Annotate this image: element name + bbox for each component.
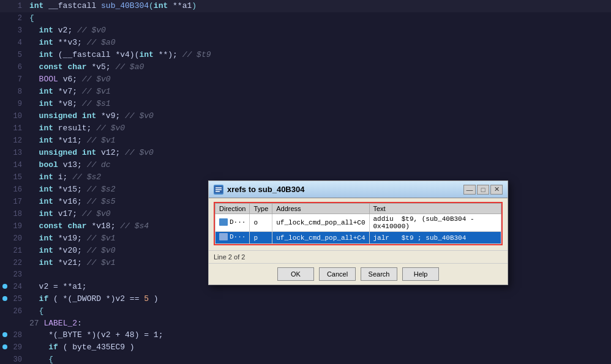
code-line-27: 27 LABEL_2:: [0, 318, 611, 329]
col-text: Text: [369, 204, 501, 214]
line-num-22: 22: [10, 258, 29, 269]
line-num-28: 28: [10, 330, 29, 341]
code-line-11: 11 int result; // $v0: [0, 122, 611, 135]
dialog-buttons: OK Cancel Search Help: [209, 263, 508, 284]
line-content-5: int (__fastcall *v4)(int **); // $t9: [29, 49, 611, 61]
dot-25: [2, 296, 7, 301]
line-num-30: 30: [10, 354, 29, 364]
line-content-2: {: [29, 12, 611, 24]
line-num-24: 24: [10, 281, 29, 293]
code-line-29: 29 if ( byte_435EC9 ): [0, 341, 611, 354]
xref-row-1[interactable]: D··· o uf_lock_cmd_pop_all+C0 addiu $t9,…: [216, 214, 501, 232]
code-line-26: 26 {: [0, 305, 611, 318]
dot-6: [2, 64, 7, 69]
code-line-5: 5 int (__fastcall *v4)(int **); // $t9: [0, 49, 611, 61]
line-content-7: BOOL v6; // $v0: [29, 73, 611, 85]
dot-17: [2, 199, 7, 204]
line-num-29: 29: [10, 342, 29, 354]
row2-text: jalr $t9 ; sub_40B304: [369, 232, 501, 244]
dot-27: [2, 321, 7, 325]
dot-2: [2, 15, 7, 20]
code-line-2: 2 {: [0, 12, 611, 24]
line-num-4: 4: [10, 37, 29, 49]
col-direction: Direction: [216, 204, 250, 214]
dot-26: [2, 308, 7, 313]
dot-18: [2, 211, 7, 216]
code-line-8: 8 int *v7; // $v1: [0, 86, 611, 98]
dot-30: [2, 357, 7, 362]
code-line-25: 25 if ( *(_DWORD *)v2 == 5 ): [0, 293, 611, 305]
line-num-1: 1: [10, 1, 29, 12]
line-num-9: 9: [10, 98, 29, 110]
line-content-14: bool v13; // dc: [29, 159, 611, 171]
line-num-18: 18: [10, 209, 29, 220]
cancel-button[interactable]: Cancel: [319, 267, 356, 281]
line-num-8: 8: [10, 86, 29, 98]
code-line-1: 1 int __fastcall sub_40B304(int **a1): [0, 0, 611, 12]
code-line-28: 28 *(_BYTE *)(v2 + 48) = 1;: [0, 329, 611, 341]
code-line-30: 30 {: [0, 354, 611, 364]
dot-10: [2, 113, 7, 118]
dot-8: [2, 89, 7, 94]
dialog-title-left: xrefs to sub_40B304: [214, 185, 304, 195]
dialog-close-button[interactable]: ✕: [490, 185, 503, 195]
dot-3: [2, 28, 7, 32]
xref-row-2[interactable]: D··· p uf_lock_cmd_pop_all+C4 jalr $t9 ;…: [216, 232, 501, 244]
line-content-4: int **v3; // $a0: [29, 37, 611, 48]
code-line-4: 4 int **v3; // $a0: [0, 37, 611, 49]
dialog-titlebar: xrefs to sub_40B304 — □ ✕: [209, 181, 508, 198]
line-content-12: int *v11; // $v1: [29, 135, 611, 146]
help-button[interactable]: Help: [402, 267, 439, 281]
line-content-6: const char *v5; // $a0: [29, 61, 611, 73]
dot-21: [2, 248, 7, 253]
dot-7: [2, 76, 7, 81]
line-content-13: unsigned int v12; // $v0: [29, 147, 611, 158]
line-content-3: int v2; // $v0: [29, 24, 611, 36]
line-num-13: 13: [10, 147, 29, 159]
dot-20: [2, 236, 7, 240]
line-content-30: {: [29, 354, 611, 364]
code-line-12: 12 int *v11; // $v1: [0, 135, 611, 147]
dialog-minimize-button[interactable]: —: [463, 185, 476, 195]
line-num-16: 16: [10, 184, 29, 196]
code-line-14: 14 bool v13; // dc: [0, 159, 611, 171]
col-type: Type: [250, 204, 272, 214]
code-line-13: 13 unsigned int v12; // $v0: [0, 147, 611, 159]
line-content-26: {: [29, 305, 611, 317]
search-button[interactable]: Search: [361, 267, 397, 281]
row1-text: addiu $t9, (sub_40B304 - 0x410000): [369, 214, 501, 232]
dialog-content: Direction Type Address Text D···: [209, 198, 508, 249]
line-num-11: 11: [10, 123, 29, 135]
dot-24: [2, 284, 7, 289]
dialog-maximize-button[interactable]: □: [477, 185, 489, 195]
dot-5: [2, 52, 7, 57]
line-num-12: 12: [10, 135, 29, 147]
dot-4: [2, 40, 7, 45]
line-content-27: 27 LABEL_2:: [29, 318, 611, 329]
line-num-2: 2: [10, 13, 29, 24]
dot-12: [2, 138, 7, 143]
ok-button[interactable]: OK: [277, 267, 314, 281]
line-num-14: 14: [10, 160, 29, 171]
line-num-7: 7: [10, 74, 29, 86]
row2-type: p: [250, 232, 272, 244]
line-num-17: 17: [10, 196, 29, 208]
dot-9: [2, 101, 7, 106]
line-content-8: int *v7; // $v1: [29, 86, 611, 97]
line-content-25: if ( *(_DWORD *)v2 == 5 ): [29, 293, 611, 305]
line-num-3: 3: [10, 25, 29, 37]
code-line-9: 9 int *v8; // $s1: [0, 98, 611, 110]
dialog-controls: — □ ✕: [463, 185, 503, 195]
code-line-3: 3 int v2; // $v0: [0, 24, 611, 37]
line-num-19: 19: [10, 221, 29, 232]
line-num-10: 10: [10, 111, 29, 122]
col-address: Address: [272, 204, 369, 214]
row1-direction: D···: [216, 214, 250, 232]
line-content-29: if ( byte_435EC9 ): [29, 341, 611, 353]
dot-28: [2, 332, 7, 337]
line-content-9: int *v8; // $s1: [29, 98, 611, 110]
dot-15: [2, 174, 7, 179]
line-num-25: 25: [10, 294, 29, 305]
dot-1: [2, 3, 7, 8]
row2-address: uf_lock_cmd_pop_all+C4: [272, 232, 369, 244]
